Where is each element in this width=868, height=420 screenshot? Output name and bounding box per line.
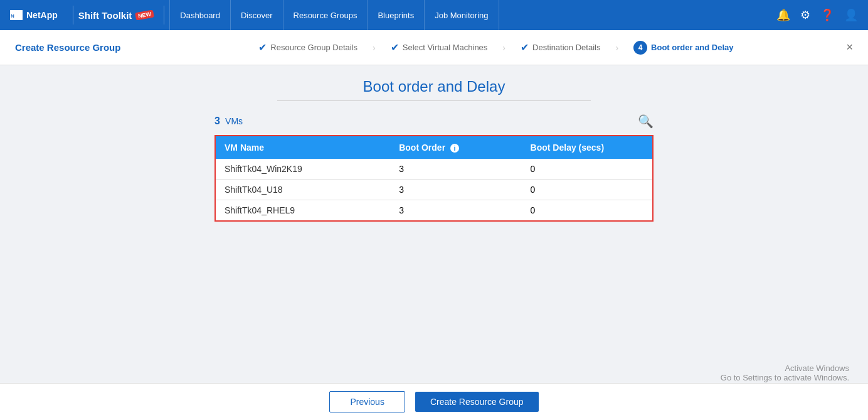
boot-delay-cell-2: [522, 180, 653, 200]
boot-delay-cell-1: [522, 159, 653, 180]
nav-discover[interactable]: Discover: [231, 0, 283, 30]
step-separator-2: ›: [502, 43, 505, 53]
table-header-row: VM Name Boot Order i Boot Delay (secs): [215, 136, 653, 159]
vm-name-cell-3: ShiftTk04_RHEL9: [215, 200, 390, 222]
boot-order-input-1[interactable]: [399, 164, 512, 174]
step-2-check-icon: ✔: [391, 41, 399, 53]
vms-count-label: 3 VMs: [214, 116, 243, 127]
step-1-check-icon: ✔: [258, 41, 267, 53]
boot-order-cell-3: [390, 200, 521, 222]
vms-count-number: 3: [214, 116, 220, 126]
gear-icon[interactable]: ⚙: [800, 8, 810, 22]
page-title: Boot order and Delay: [0, 78, 868, 95]
vms-count-row: 3 VMs 🔍: [214, 114, 654, 129]
nav-links: Dashboard Discover Resource Groups Bluep…: [169, 0, 776, 30]
nav-divider-2: [164, 6, 164, 24]
vm-table: VM Name Boot Order i Boot Delay (secs) S…: [214, 135, 654, 222]
netapp-icon: N: [10, 10, 23, 20]
vms-label: VMs: [225, 116, 243, 126]
nav-resource-groups[interactable]: Resource Groups: [283, 0, 368, 30]
table-row: ShiftTk04_RHEL9: [215, 200, 653, 222]
table-row: ShiftTk04_Win2K19: [215, 159, 653, 180]
boot-delay-input-1[interactable]: [531, 164, 643, 174]
step-4-label: Boot order and Delay: [651, 43, 733, 52]
boot-delay-input-3[interactable]: [531, 205, 643, 215]
nav-blueprints[interactable]: Blueprints: [368, 0, 425, 30]
step-1-label: Resource Group Details: [270, 43, 357, 52]
content-area: 3 VMs 🔍 VM Name Boot Order i Boot Delay …: [214, 114, 654, 222]
col-boot-delay: Boot Delay (secs): [522, 136, 653, 159]
search-icon[interactable]: 🔍: [638, 114, 654, 129]
wizard-step-4: 4 Boot order and Delay: [633, 41, 733, 55]
step-3-label: Destination Details: [532, 43, 600, 52]
col-boot-order: Boot Order i: [390, 136, 521, 159]
vm-name-cell-1: ShiftTk04_Win2K19: [215, 159, 390, 180]
top-navigation: N NetApp Shift Toolkit NEW Dashboard Dis…: [0, 0, 868, 30]
help-icon[interactable]: ❓: [820, 8, 834, 22]
table-row: ShiftTk04_U18: [215, 180, 653, 200]
bell-icon[interactable]: 🔔: [776, 8, 790, 22]
boot-order-info-icon[interactable]: i: [450, 144, 459, 153]
previous-button[interactable]: Previous: [329, 391, 405, 412]
col-vm-name: VM Name: [215, 136, 390, 159]
step-separator-1: ›: [373, 43, 376, 53]
wizard-steps: ✔ Resource Group Details › ✔ Select Virt…: [146, 41, 846, 55]
nav-dashboard[interactable]: Dashboard: [169, 0, 231, 30]
brand-text: Shift Toolkit: [78, 10, 132, 21]
table-body: ShiftTk04_Win2K19 ShiftTk04_U18: [215, 159, 653, 221]
close-button[interactable]: ×: [846, 41, 853, 54]
step-4-circle: 4: [633, 41, 647, 55]
wizard-step-1: ✔ Resource Group Details: [258, 41, 357, 53]
brand-badge: NEW: [135, 10, 155, 21]
footer: Previous Create Resource Group: [0, 383, 868, 420]
netapp-logo: N NetApp: [10, 10, 58, 20]
boot-order-input-2[interactable]: [399, 185, 512, 195]
step-separator-3: ›: [615, 43, 618, 53]
wizard-step-3: ✔ Destination Details: [521, 41, 600, 53]
main-content: Boot order and Delay 3 VMs 🔍 VM Name Boo…: [0, 65, 868, 420]
svg-text:N: N: [11, 13, 14, 19]
nav-icons: 🔔 ⚙ ❓ 👤: [776, 8, 858, 22]
boot-order-cell-2: [390, 180, 521, 200]
step-2-label: Select Virtual Machines: [403, 43, 488, 52]
wizard-step-2: ✔ Select Virtual Machines: [391, 41, 488, 53]
boot-delay-cell-3: [522, 200, 653, 222]
nav-job-monitoring[interactable]: Job Monitoring: [425, 0, 499, 30]
create-resource-group-button[interactable]: Create Resource Group: [415, 392, 539, 412]
boot-order-cell-1: [390, 159, 521, 180]
page-divider: [277, 100, 591, 101]
nav-divider-1: [73, 6, 73, 24]
shift-toolkit-brand: Shift Toolkit NEW: [78, 10, 154, 21]
vm-name-cell-2: ShiftTk04_U18: [215, 180, 390, 200]
step-3-check-icon: ✔: [521, 41, 529, 53]
wizard-header: Create Resource Group ✔ Resource Group D…: [0, 30, 868, 65]
boot-delay-input-2[interactable]: [531, 185, 643, 195]
boot-order-input-3[interactable]: [399, 205, 512, 215]
user-icon[interactable]: 👤: [844, 8, 858, 22]
netapp-text: NetApp: [26, 10, 58, 20]
wizard-title: Create Resource Group: [15, 42, 120, 53]
